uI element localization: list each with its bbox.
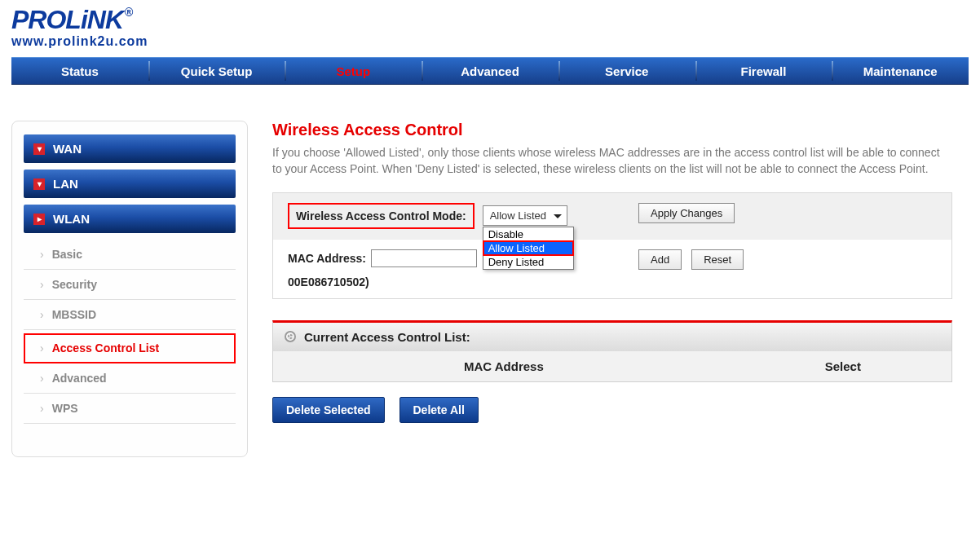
mode-option-deny[interactable]: Deny Listed <box>483 255 573 269</box>
mode-option-disable[interactable]: Disable <box>483 227 573 241</box>
sidebar-cat-lan[interactable]: LAN <box>24 170 236 198</box>
nav-setup[interactable]: Setup <box>285 58 422 84</box>
mac-label: MAC Address: <box>288 252 366 265</box>
delete-all-button[interactable]: Delete All <box>400 397 479 423</box>
brand-url: www.prolink2u.com <box>11 34 969 49</box>
acl-list-header: Current Access Control List: <box>273 323 951 351</box>
mode-label: Wireless Access Control Mode: <box>288 203 475 229</box>
sidebar-cat-label: WAN <box>53 142 82 156</box>
sidebar-item-acl[interactable]: Access Control List <box>24 333 236 363</box>
reset-button[interactable]: Reset <box>691 249 744 270</box>
nav-firewall[interactable]: Firewall <box>695 58 832 84</box>
mode-select[interactable]: Allow Listed <box>483 205 567 226</box>
chevron-right-icon <box>33 214 45 225</box>
page-title: Wireless Access Control <box>272 121 952 139</box>
sidebar-cat-label: WLAN <box>53 212 90 226</box>
brand-logo: PROLiNK® <box>11 7 969 33</box>
mac-hint: 00E086710502) <box>288 275 609 289</box>
col-select: Select <box>735 351 951 381</box>
chevron-down-icon <box>33 143 45 155</box>
delete-selected-button[interactable]: Delete Selected <box>272 397 385 423</box>
mode-dropdown: Disable Allow Listed Deny Listed <box>483 227 574 270</box>
nav-quick-setup[interactable]: Quick Setup <box>148 58 285 84</box>
apply-changes-button[interactable]: Apply Changes <box>638 203 735 223</box>
sidebar-item-security[interactable]: Security <box>24 270 236 300</box>
nav-status[interactable]: Status <box>11 58 148 84</box>
sidebar: WAN LAN WLAN Basic Security MBSSID Acces… <box>11 121 248 457</box>
sidebar-cat-wlan[interactable]: WLAN <box>24 205 236 233</box>
nav-service[interactable]: Service <box>558 58 695 84</box>
main-content: Wireless Access Control If you choose 'A… <box>272 121 969 457</box>
sidebar-item-wps[interactable]: WPS <box>24 394 236 424</box>
sidebar-item-mbssid[interactable]: MBSSID <box>24 300 236 330</box>
add-button[interactable]: Add <box>638 249 682 270</box>
mac-input[interactable] <box>371 249 477 267</box>
chevron-down-icon <box>33 178 45 190</box>
gear-icon <box>285 331 296 342</box>
nav-maintenance[interactable]: Maintenance <box>832 58 969 84</box>
registered-icon: ® <box>125 6 132 19</box>
settings-form: Wireless Access Control Mode: Allow List… <box>272 192 952 299</box>
page-description: If you choose 'Allowed Listed', only tho… <box>272 144 952 178</box>
sidebar-item-basic[interactable]: Basic <box>24 240 236 270</box>
col-mac: MAC Address <box>273 351 735 381</box>
mode-option-allow[interactable]: Allow Listed <box>483 241 573 255</box>
sidebar-item-advanced[interactable]: Advanced <box>24 363 236 394</box>
sidebar-cat-wan[interactable]: WAN <box>24 134 236 163</box>
sidebar-cat-label: LAN <box>53 177 78 191</box>
top-nav: Status Quick Setup Setup Advanced Servic… <box>11 57 969 85</box>
nav-advanced[interactable]: Advanced <box>422 58 558 84</box>
acl-list-box: Current Access Control List: MAC Address… <box>272 320 952 382</box>
acl-list-title: Current Access Control List: <box>304 330 470 344</box>
acl-table: MAC Address Select <box>273 351 951 381</box>
